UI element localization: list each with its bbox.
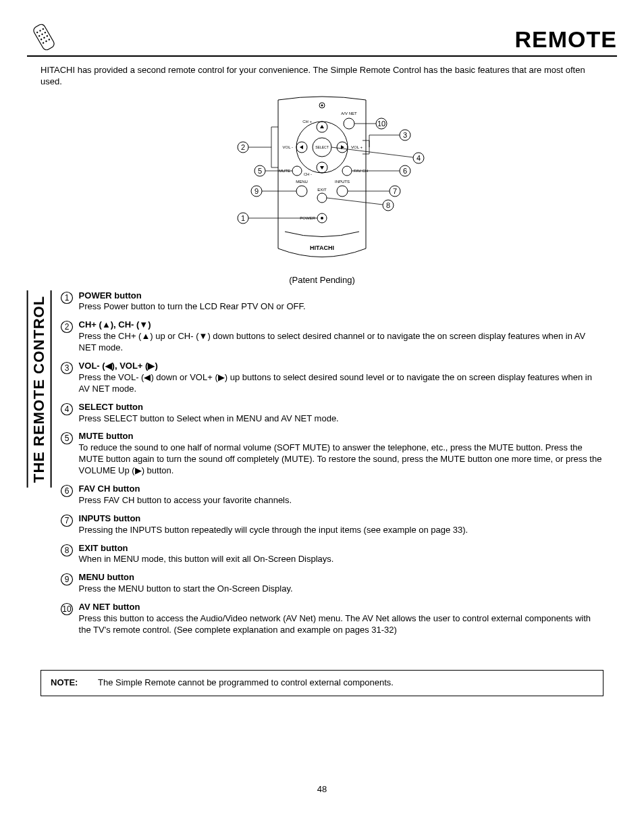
item-description: To reduce the sound to one half of norma… <box>79 442 602 475</box>
description-item: 10AV NET buttonPress this button to acce… <box>60 602 603 636</box>
item-number-icon: 1 <box>60 291 75 303</box>
svg-point-8 <box>43 36 45 38</box>
svg-text:A/V NET: A/V NET <box>341 111 357 115</box>
svg-point-23 <box>342 166 352 176</box>
svg-point-28 <box>321 217 323 219</box>
item-description: Press the VOL- (◀) down or VOL+ (▶) up b… <box>79 372 592 394</box>
item-number-icon: 10 <box>60 602 75 615</box>
svg-point-24 <box>296 186 307 197</box>
page-header: REMOTE <box>27 20 617 57</box>
item-description: Press the MENU button to start the On-Sc… <box>79 583 293 594</box>
description-item: 3VOL- (◀), VOL+ (▶)Press the VOL- (◀) do… <box>60 361 603 395</box>
svg-point-11 <box>45 40 47 42</box>
svg-point-3 <box>42 28 44 30</box>
svg-text:6: 6 <box>64 486 69 496</box>
item-title: MENU button <box>79 572 134 582</box>
description-item: 6FAV CH buttonPress FAV CH button to acc… <box>60 484 603 506</box>
svg-point-4 <box>38 35 41 37</box>
side-section-label: THE REMOTE CONTROL <box>27 290 52 488</box>
item-title: INPUTS button <box>79 513 141 523</box>
item-number-icon: 9 <box>60 573 75 585</box>
svg-text:CH -: CH - <box>304 172 312 176</box>
item-text: POWER buttonPress Power button to turn t… <box>79 290 603 313</box>
note-label: NOTE: <box>51 677 98 689</box>
item-title: VOL- (◀), VOL+ (▶) <box>79 361 158 371</box>
item-text: INPUTS buttonPressing the INPUTS button … <box>79 513 603 536</box>
svg-text:5: 5 <box>64 434 69 443</box>
item-number-icon: 8 <box>60 544 75 556</box>
svg-text:4: 4 <box>417 154 421 162</box>
svg-text:5: 5 <box>258 167 262 175</box>
item-title: MUTE button <box>79 431 134 441</box>
item-description: When in MENU mode, this button will exit… <box>79 554 334 564</box>
svg-text:2: 2 <box>64 322 69 332</box>
svg-point-21 <box>344 118 354 129</box>
svg-text:9: 9 <box>254 187 259 195</box>
svg-text:8: 8 <box>386 201 390 209</box>
item-text: EXIT buttonWhen in MENU mode, this butto… <box>79 543 603 566</box>
svg-text:6: 6 <box>403 167 407 175</box>
svg-point-7 <box>41 38 43 41</box>
svg-point-12 <box>48 38 50 41</box>
svg-point-26 <box>317 193 327 203</box>
svg-text:3: 3 <box>64 363 69 373</box>
svg-text:VOL +: VOL + <box>351 145 363 149</box>
description-item: 4SELECT buttonPress SELECT button to Sel… <box>60 402 603 425</box>
item-text: VOL- (◀), VOL+ (▶)Press the VOL- (◀) dow… <box>79 361 603 395</box>
svg-text:EXIT: EXIT <box>317 188 327 192</box>
svg-text:8: 8 <box>64 546 69 555</box>
svg-text:INPUTS: INPUTS <box>335 180 350 184</box>
note-box: NOTE: The Simple Remote cannot be progra… <box>41 670 603 696</box>
description-item: 1POWER buttonPress Power button to turn … <box>60 290 603 313</box>
item-number-icon: 6 <box>60 484 75 496</box>
svg-text:1: 1 <box>64 293 69 303</box>
item-text: MUTE buttonTo reduce the sound to one ha… <box>79 431 603 477</box>
item-text: CH+ (▲), CH- (▼)Press the CH+ (▲) up or … <box>79 319 603 354</box>
description-item: 2CH+ (▲), CH- (▼)Press the CH+ (▲) up or… <box>60 319 603 354</box>
description-item: 7INPUTS buttonPressing the INPUTS button… <box>60 513 603 536</box>
svg-text:3: 3 <box>403 131 407 139</box>
note-text: The Simple Remote cannot be programmed t… <box>98 677 394 689</box>
description-item: 5MUTE buttonTo reduce the sound to one h… <box>60 431 603 477</box>
svg-line-70 <box>327 198 383 205</box>
description-item: 9MENU buttonPress the MENU button to sta… <box>60 572 603 595</box>
page-number: 48 <box>27 784 617 796</box>
item-description: Press SELECT button to Select when in ME… <box>79 413 339 423</box>
svg-text:VOL -: VOL - <box>283 145 293 149</box>
item-text: SELECT buttonPress SELECT button to Sele… <box>79 402 603 425</box>
item-title: POWER button <box>79 290 142 301</box>
item-title: FAV CH button <box>79 484 140 494</box>
item-description: Pressing the INPUTS button repeatedly wi… <box>79 525 468 535</box>
svg-text:MENU: MENU <box>296 180 308 184</box>
svg-text:9: 9 <box>64 575 69 584</box>
svg-text:4: 4 <box>64 405 69 414</box>
item-title: CH+ (▲), CH- (▼) <box>79 319 151 330</box>
svg-text:SELECT: SELECT <box>315 145 328 149</box>
button-descriptions: 1POWER buttonPress Power button to turn … <box>57 290 617 643</box>
item-title: SELECT button <box>79 402 143 412</box>
item-text: MENU buttonPress the MENU button to star… <box>79 572 603 595</box>
item-text: AV NET buttonPress this button to access… <box>79 602 603 636</box>
svg-point-14 <box>321 104 323 106</box>
item-number-icon: 3 <box>60 361 75 373</box>
svg-text:10: 10 <box>62 604 72 614</box>
svg-text:7: 7 <box>393 187 397 195</box>
svg-text:2: 2 <box>241 143 245 151</box>
remote-diagram: A/V NET CH + CH - VOL - VOL + SELECT MUT… <box>27 93 617 286</box>
svg-point-6 <box>44 32 46 34</box>
item-number-icon: 7 <box>60 514 75 526</box>
item-text: FAV CH buttonPress FAV CH button to acce… <box>79 484 603 506</box>
svg-text:HITACHI: HITACHI <box>310 244 334 251</box>
item-number-icon: 4 <box>60 402 75 415</box>
intro-text: HITACHI has provided a second remote con… <box>41 65 603 88</box>
svg-text:1: 1 <box>241 214 245 222</box>
remote-sketch-icon <box>27 20 61 54</box>
svg-point-2 <box>39 30 41 32</box>
svg-point-1 <box>36 31 38 33</box>
page-title: REMOTE <box>515 24 617 54</box>
svg-point-9 <box>46 35 48 37</box>
svg-text:CH +: CH + <box>302 120 312 124</box>
svg-text:10: 10 <box>377 120 385 128</box>
svg-point-10 <box>43 42 45 44</box>
item-description: Press this button to access the Audio/Vi… <box>79 613 591 635</box>
